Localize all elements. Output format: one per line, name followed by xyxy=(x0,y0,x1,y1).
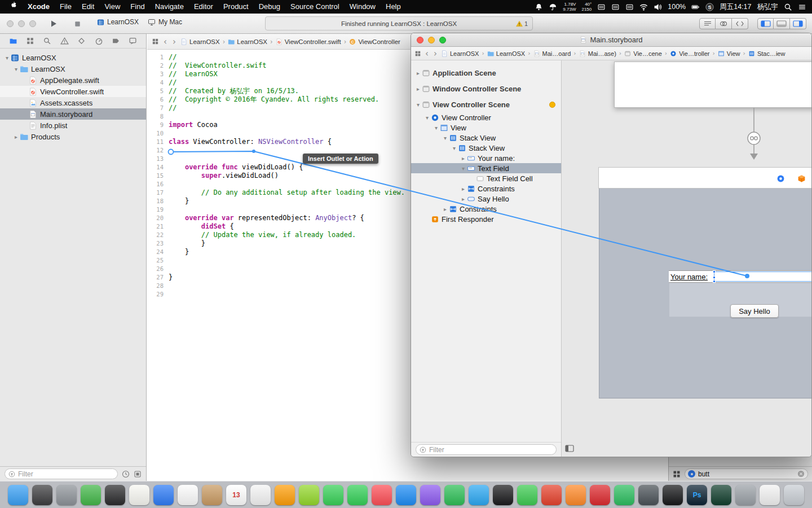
umbrella-icon[interactable] xyxy=(549,3,557,11)
file-learnosx[interactable]: ▾LearnOSX xyxy=(0,52,146,63)
breadcrumb-item[interactable]: View xyxy=(718,50,740,57)
navigator-filter-field[interactable]: Filter xyxy=(5,468,118,479)
dock-netease-music[interactable] xyxy=(590,485,610,505)
outline-stack-view[interactable]: ▾Stack View xyxy=(411,143,561,153)
dock-green-tiles-app[interactable] xyxy=(81,485,101,505)
menu-editor[interactable]: Editor xyxy=(189,0,218,14)
scm-status-icon[interactable] xyxy=(134,470,142,478)
breadcrumb-item[interactable]: Stac…iew xyxy=(748,50,785,57)
disclosure-triangle[interactable]: ▸ xyxy=(460,155,467,161)
outline-say-hello[interactable]: ▸Say Hello xyxy=(411,194,561,204)
close-button[interactable] xyxy=(7,20,14,27)
forward-button[interactable]: › xyxy=(171,37,177,47)
breadcrumb-item[interactable]: LearnOSX xyxy=(180,38,220,45)
breadcrumb-item[interactable]: ViewController.swift xyxy=(276,38,341,45)
code-text[interactable]: } xyxy=(169,248,189,256)
code-text[interactable]: } xyxy=(169,239,205,248)
dock-maps[interactable] xyxy=(299,485,319,505)
outline-view-controller[interactable]: ▾View Controller xyxy=(411,112,561,122)
code-text[interactable]: super.viewDidLoad() xyxy=(169,172,279,180)
notification-center-icon[interactable] xyxy=(798,3,806,11)
dock-keynote[interactable] xyxy=(469,485,489,505)
battery-icon[interactable] xyxy=(691,3,700,11)
meter-icon-1[interactable] xyxy=(597,3,606,11)
dock-safari[interactable] xyxy=(153,485,174,505)
close-button[interactable] xyxy=(417,37,423,43)
dock-activity-monitor[interactable] xyxy=(711,485,731,505)
menu-help[interactable]: Help xyxy=(381,0,406,14)
selection-handle[interactable] xyxy=(713,270,716,273)
outline-your-name-[interactable]: ▸Your name: xyxy=(411,153,561,163)
breadcrumb-item[interactable]: Vie…cene xyxy=(624,50,662,57)
meter-icon-3[interactable] xyxy=(625,3,634,11)
code-text[interactable]: // xyxy=(169,53,176,62)
name-row[interactable]: Your name: xyxy=(669,270,811,283)
toggle-utilities-button[interactable] xyxy=(790,18,806,29)
dock-simulator[interactable] xyxy=(760,485,780,505)
back-button[interactable]: ‹ xyxy=(162,37,168,47)
dock-messages[interactable] xyxy=(323,485,343,505)
scheme-button[interactable]: LearnOSX xyxy=(97,18,139,26)
library-grid-icon[interactable] xyxy=(673,470,681,478)
outline-window-controller-scene[interactable]: ▸Window Controller Scene xyxy=(411,81,561,97)
outline-constraints[interactable]: ▸Constraints xyxy=(411,204,561,214)
dock-numbers[interactable] xyxy=(444,485,465,505)
warning-badge[interactable]: 1 xyxy=(516,20,528,27)
outline-first-responder[interactable]: First Responder xyxy=(411,214,561,224)
code-text[interactable]: // ViewController.swift xyxy=(169,62,266,70)
toggle-debug-area-button[interactable] xyxy=(774,18,790,29)
dock-weibo[interactable] xyxy=(541,485,562,505)
code-text[interactable]: // Created by 杨弘宇 on 16/5/13. xyxy=(169,87,299,95)
navigator-tab-issues[interactable] xyxy=(60,37,69,45)
disclosure-triangle[interactable]: ▾ xyxy=(3,55,11,61)
run-button[interactable] xyxy=(48,19,59,29)
dock-trash[interactable] xyxy=(784,485,804,505)
code-text[interactable]: // Update the view, if already loaded. xyxy=(169,231,356,239)
hide-outline-icon[interactable] xyxy=(565,445,574,452)
view-controller-icon[interactable] xyxy=(776,174,785,183)
code-text[interactable]: override var representedObject: AnyObjec… xyxy=(169,214,364,222)
dock-calendar[interactable]: 13 xyxy=(226,485,246,505)
zoom-button[interactable] xyxy=(29,20,36,27)
menu-find[interactable]: Find xyxy=(125,0,149,14)
dock-dashboard[interactable] xyxy=(105,485,125,505)
disclosure-triangle[interactable]: ▾ xyxy=(423,115,431,121)
apple-menu[interactable] xyxy=(5,0,23,14)
clear-search-icon[interactable] xyxy=(797,470,805,478)
breadcrumb-item[interactable]: Mai…oard xyxy=(533,50,571,57)
breadcrumb-item[interactable]: LearnOSX xyxy=(441,50,479,57)
outline-text-field[interactable]: ▾Text Field xyxy=(411,163,561,173)
related-items-icon[interactable] xyxy=(414,50,421,57)
menu-edit[interactable]: Edit xyxy=(77,0,99,14)
dock-wechat[interactable] xyxy=(517,485,537,505)
view-controller-header[interactable] xyxy=(598,167,811,189)
menu-product[interactable]: Product xyxy=(218,0,254,14)
dock-itunes[interactable] xyxy=(420,485,440,505)
disclosure-triangle[interactable]: ▸ xyxy=(460,196,467,202)
menubar-clock[interactable]: 周五14:17 xyxy=(720,2,751,12)
file-assets-xcassets[interactable]: Assets.xcassets xyxy=(0,97,146,108)
dock-books[interactable] xyxy=(275,485,295,505)
menu-window[interactable]: Window xyxy=(345,0,381,14)
related-items-icon[interactable] xyxy=(152,38,159,45)
dock-evernote[interactable] xyxy=(614,485,634,505)
scene-warning-icon[interactable] xyxy=(549,102,555,108)
stop-button[interactable] xyxy=(72,19,82,29)
navigator-tab-tests[interactable] xyxy=(77,37,86,45)
version-editor-button[interactable] xyxy=(732,18,748,29)
code-text[interactable]: // LearnOSX xyxy=(169,70,218,78)
navigator-tab-project[interactable] xyxy=(9,37,17,45)
dock-music[interactable] xyxy=(372,485,392,505)
breadcrumb-item[interactable]: LearnOSX xyxy=(487,50,525,57)
storyboard-titlebar[interactable]: Main.storyboard xyxy=(411,33,811,47)
minimize-button[interactable] xyxy=(18,20,25,27)
dock-photos[interactable] xyxy=(178,485,198,505)
file-viewcontroller-swift[interactable]: ViewController.swift xyxy=(0,86,146,97)
dock-facetime[interactable] xyxy=(347,485,368,505)
navigator-tab-reports[interactable] xyxy=(129,37,137,45)
notification-bell-icon[interactable] xyxy=(535,3,543,11)
wifi-icon[interactable] xyxy=(639,3,648,11)
disclosure-triangle[interactable]: ▸ xyxy=(442,206,449,212)
dock-notes[interactable] xyxy=(129,485,149,505)
file-appdelegate-swift[interactable]: AppDelegate.swift xyxy=(0,75,146,86)
